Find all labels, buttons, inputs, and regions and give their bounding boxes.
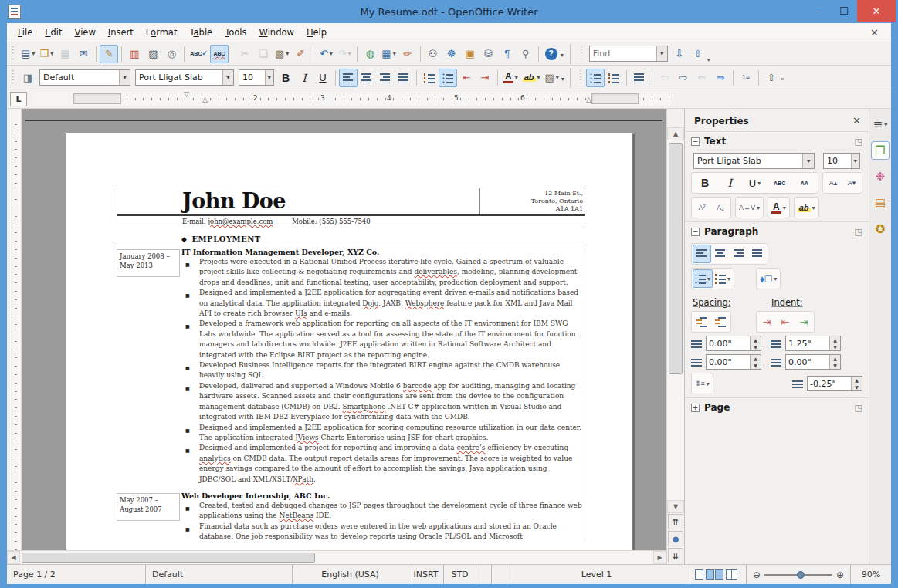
edit-file-button[interactable]: ✎ — [100, 45, 118, 63]
sb-switch-indent-button[interactable]: ⇥ — [795, 313, 813, 331]
paragraph-style-input[interactable] — [40, 70, 119, 85]
vertical-scrollbar[interactable]: ▲ ▼ ⇈ ● ⇊ — [666, 109, 684, 564]
sb-align-left-button[interactable] — [693, 245, 711, 263]
toolbar-overflow-icon[interactable]: ▾ — [707, 56, 710, 63]
sb-italic-button[interactable]: I — [720, 174, 739, 192]
demote-with-subpoints-button[interactable]: ⇛ — [711, 69, 730, 87]
decrease-indent-button[interactable]: ⇤ — [457, 69, 476, 87]
chevron-down-icon[interactable]: ▾ — [119, 70, 130, 85]
sb-bullet-list-button[interactable]: ▾ — [693, 269, 713, 288]
background-color-button[interactable]: ▧▾ — [543, 69, 561, 87]
chevron-down-icon[interactable]: ▾ — [286, 50, 289, 57]
find-previous-button[interactable]: ⇧ — [689, 45, 707, 63]
vertical-scroll-thumb[interactable] — [669, 143, 683, 374]
language-status[interactable]: English (USA) — [293, 565, 408, 584]
chevron-down-icon[interactable]: ▾ — [757, 204, 760, 211]
demote-level-button[interactable]: ⇨ — [674, 69, 693, 87]
bold-button[interactable]: B — [276, 69, 295, 87]
copy-button[interactable]: ❏ — [254, 45, 273, 63]
sb-font-name-input[interactable] — [694, 154, 802, 168]
spinner[interactable]: ▲▼ — [750, 355, 761, 369]
menu-file[interactable]: File — [12, 25, 39, 40]
underline-button[interactable]: U — [313, 69, 332, 87]
collapse-icon[interactable]: − — [691, 137, 700, 146]
chevron-down-icon[interactable]: ▾ — [50, 50, 53, 57]
paste-button[interactable]: ▩▾ — [273, 45, 291, 63]
sb-character-spacing-button[interactable]: A↔V▾ — [737, 198, 762, 217]
font-size-input[interactable] — [239, 70, 265, 85]
before-indent-input[interactable] — [786, 336, 829, 350]
spinner[interactable]: ▲▼ — [851, 377, 862, 390]
tab-navigator[interactable]: ✪ — [871, 220, 890, 238]
redo-button[interactable]: ↷▾ — [335, 45, 354, 63]
sidebar-settings-button[interactable]: ≡▾ — [871, 115, 890, 133]
cut-button[interactable]: ✂ — [236, 45, 254, 63]
new-document-button[interactable]: ▤▾ — [19, 45, 37, 63]
chevron-down-icon[interactable]: ▾ — [556, 74, 559, 81]
minimize-button[interactable]: – — [805, 0, 831, 22]
find-replace-button[interactable]: ⚇ — [424, 45, 442, 63]
toolbar-overflow-button[interactable]: » — [781, 72, 784, 83]
sb-increase-spacing-button[interactable] — [693, 313, 711, 331]
tab-styles[interactable]: ❉ — [871, 167, 890, 186]
sb-highlighting-button[interactable]: ab▾ — [795, 198, 818, 217]
collapse-icon[interactable]: − — [691, 228, 700, 236]
chevron-down-icon[interactable]: ▾ — [783, 204, 786, 211]
view-multiple-pages-icon[interactable] — [706, 569, 714, 580]
promote-level-button[interactable]: ⇦ — [656, 69, 674, 87]
sb-bold-button[interactable]: B — [696, 174, 714, 192]
spinner[interactable]: ▲▼ — [829, 355, 840, 369]
right-indent-marker[interactable]: △ — [586, 96, 591, 103]
font-name-input[interactable] — [136, 70, 222, 85]
zoom-level-status[interactable]: 90% — [851, 565, 891, 584]
chevron-down-icon[interactable]: ▾ — [32, 50, 35, 57]
data-sources-button[interactable]: ⛁ — [479, 45, 498, 63]
document-page[interactable]: John Doe 12 Main St., Toronto, Ontario A… — [66, 133, 633, 550]
horizontal-scroll-track[interactable] — [20, 551, 653, 564]
chevron-down-icon[interactable]: ▾ — [515, 74, 518, 81]
chevron-down-icon[interactable]: ▾ — [393, 50, 396, 57]
page-number-status[interactable]: Page 1 / 2 — [7, 565, 146, 584]
scroll-up-icon[interactable]: ▲ — [667, 127, 684, 140]
align-center-button[interactable] — [358, 69, 376, 87]
gallery-button[interactable]: ▣ — [461, 45, 479, 63]
email-button[interactable]: ✉ — [74, 45, 93, 63]
sb-increase-indent-button[interactable]: ⇥ — [757, 313, 776, 331]
email-link[interactable]: john@example.com — [208, 218, 273, 225]
menu-window[interactable]: Window — [253, 25, 300, 40]
dialog-launcher-icon[interactable]: ◳ — [855, 227, 862, 237]
vertical-ruler[interactable] — [10, 109, 22, 550]
sb-align-center-button[interactable] — [711, 245, 730, 263]
highlighting-button[interactable]: ab▾ — [520, 69, 543, 87]
view-book-icon[interactable] — [726, 569, 737, 580]
view-single-page-icon[interactable] — [695, 569, 703, 580]
page-style-status[interactable]: Default — [146, 565, 293, 584]
bullet-list-button[interactable] — [439, 69, 457, 87]
spellcheck-button[interactable]: ABC — [188, 45, 210, 63]
sb-numbered-list-button[interactable]: ▾ — [713, 269, 733, 288]
help-button[interactable]: ? — [542, 45, 561, 63]
horizontal-ruler[interactable]: 23456 ▽ △ △ — [32, 92, 671, 106]
chevron-down-icon[interactable]: ▾ — [330, 50, 333, 57]
chevron-down-icon[interactable]: ▾ — [537, 74, 540, 81]
sb-subscript-button[interactable]: A₂ — [711, 198, 730, 217]
tab-properties[interactable]: ❒ — [871, 141, 890, 160]
navigator-button[interactable]: ☸ — [442, 45, 461, 63]
dialog-launcher-icon[interactable]: ◳ — [855, 137, 862, 147]
navigation-button[interactable]: ● — [668, 531, 683, 546]
chevron-down-icon[interactable]: ▾ — [757, 180, 761, 187]
sb-underline-button[interactable]: U▾ — [745, 174, 764, 192]
print-button[interactable]: ▨ — [144, 45, 162, 63]
chevron-down-icon[interactable]: ▾ — [265, 70, 273, 85]
toolbar-overflow-button[interactable]: ▾ — [561, 72, 564, 83]
close-document-icon[interactable]: ✕ — [862, 27, 886, 39]
chevron-down-icon[interactable]: ▾ — [707, 380, 710, 387]
sb-align-right-button[interactable] — [730, 245, 748, 263]
tab-stop-selector[interactable]: L — [10, 92, 27, 106]
align-justify-button[interactable] — [395, 69, 413, 87]
move-up-button[interactable]: ⇧ — [762, 69, 781, 87]
chevron-down-icon[interactable]: ▾ — [812, 204, 815, 211]
signature-status[interactable] — [492, 565, 507, 584]
horizontal-scroll-thumb[interactable] — [22, 553, 315, 563]
draw-functions-button[interactable]: ✏ — [398, 45, 417, 63]
